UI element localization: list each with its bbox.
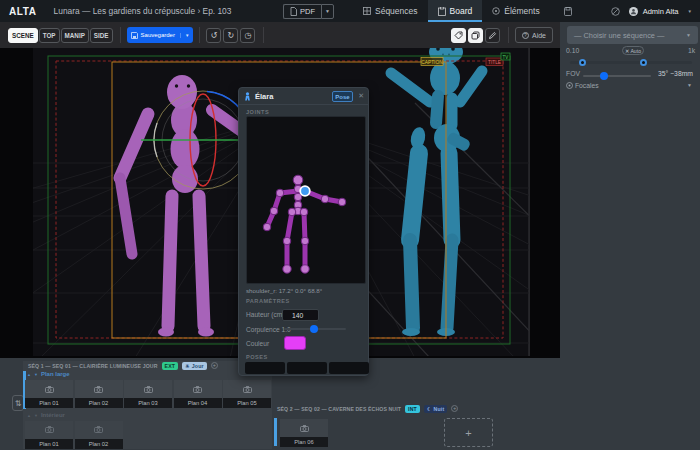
chevron-down-icon: ▼	[686, 32, 691, 38]
camera-icon	[94, 386, 103, 393]
layers-tool-button[interactable]	[468, 28, 483, 43]
range-handle-right[interactable]	[640, 59, 647, 66]
fov-slider-handle[interactable]	[600, 72, 608, 80]
help-button[interactable]: ? Aide	[515, 27, 553, 43]
view-top-button[interactable]: TOP	[39, 28, 60, 43]
auto-button[interactable]: ✕ Auto	[622, 46, 644, 55]
group-plan-large[interactable]: ▲▼ Plan large	[27, 371, 70, 377]
focales-row[interactable]: Focales	[566, 82, 599, 89]
shot-thumbnail[interactable]: Plan 04	[174, 380, 222, 408]
document-icon	[290, 7, 297, 16]
seq2-active-line	[274, 418, 277, 446]
user-menu-caret[interactable]: ▼	[688, 9, 692, 14]
sort-icon: ▲	[27, 372, 31, 377]
joints-section-label: JOINTS	[246, 109, 269, 115]
shot-thumbnail[interactable]: Plan 02	[75, 380, 123, 408]
svg-text:CAPTION: CAPTION	[421, 60, 443, 65]
seq1-add-icon[interactable]: +	[211, 362, 218, 369]
camera-icon	[144, 386, 153, 393]
camera-icon	[300, 425, 309, 432]
focales-chevron-icon[interactable]: ▼	[687, 82, 692, 88]
tag-icon	[454, 31, 463, 40]
pdf-button-group: PDF ▼	[283, 4, 334, 19]
user-name[interactable]: Admin Alta	[643, 7, 679, 16]
shot-thumbnail[interactable]: Plan 01	[25, 380, 73, 408]
seq1-time-badge: ☀ Jour	[182, 362, 207, 370]
shot-thumbnail[interactable]: Plan 06	[280, 419, 328, 447]
camera-icon	[45, 386, 54, 393]
pdf-button[interactable]: PDF	[283, 4, 321, 19]
pencil-icon	[488, 31, 497, 40]
pose-slot[interactable]	[245, 362, 285, 374]
seq2-int-badge: INT	[405, 405, 420, 413]
app-logo: ALTA	[9, 6, 37, 17]
history-button[interactable]: ◷	[240, 28, 255, 43]
group-interieur[interactable]: ▲▼ Intérieur	[27, 412, 65, 418]
shot-thumbnail[interactable]: Plan 03	[124, 380, 172, 408]
pdf-dropdown-button[interactable]: ▼	[321, 4, 334, 19]
seq2-add-icon[interactable]: +	[451, 405, 458, 412]
collapse-icon: ▼	[34, 372, 38, 377]
fov-slider-track[interactable]	[583, 75, 651, 77]
camera-icon	[193, 386, 202, 393]
elements-icon	[492, 7, 500, 15]
tab-elements[interactable]: Éléments	[482, 0, 549, 22]
avatar[interactable]	[629, 7, 638, 16]
sequence-block-2: SÉQ 2 — SEQ 02 — CAVERNE DES ÉCHOS NUIT …	[274, 404, 520, 450]
range-handle-left[interactable]	[579, 59, 586, 66]
tag-tool-button[interactable]	[451, 28, 466, 43]
add-shot-button[interactable]: +	[444, 418, 493, 447]
floppy-icon	[131, 32, 138, 39]
pencil-tool-button[interactable]	[485, 28, 500, 43]
shot-thumbnail[interactable]: Plan 05	[223, 380, 271, 408]
save-options-caret[interactable]: ▼	[180, 33, 189, 38]
shot-thumbnail[interactable]: Plan 01	[25, 421, 73, 449]
panel-header[interactable]: Élara Pose ✕	[239, 88, 368, 105]
sequence-select[interactable]: — Choisir une séquence — ▼	[567, 26, 698, 44]
tv-frame-label: TV	[501, 53, 510, 60]
collapse-icon: ▼	[34, 413, 38, 418]
range-max-label: 1k	[688, 47, 695, 54]
shot-thumbnail[interactable]: Plan 02	[75, 421, 123, 449]
corpulence-slider-handle[interactable]	[310, 325, 318, 333]
timeline-range-track[interactable]	[570, 61, 692, 64]
save-button[interactable]: Sauvegarder ▼	[127, 27, 194, 43]
pose-slot[interactable]	[287, 362, 327, 374]
title-frame-label: TITLE	[486, 58, 503, 66]
seq1-ext-badge: EXT	[162, 362, 179, 370]
breadcrumb: Lunara — Les gardiens du crépuscule › Ep…	[54, 6, 232, 16]
tab-sequences[interactable]: Séquences	[353, 0, 428, 22]
toolbar: SCENE TOP MANIP SIDE Sauvegarder ▼ ↺ ↻ ◷…	[0, 22, 560, 48]
undo-button[interactable]: ↺	[206, 28, 221, 43]
params-section-label: PARAMÈTRES	[246, 298, 290, 304]
view-manip-button[interactable]: MANIP	[61, 28, 89, 43]
height-label: Hauteur (cm)	[246, 311, 284, 318]
caption-frame-label: CAPTION	[421, 58, 443, 66]
selected-joint[interactable]	[300, 186, 310, 196]
sequence-block-1: SÉQ 1 — SEQ 01 — CLAIRIÈRE LUMINEUSE JOU…	[23, 361, 272, 449]
joints-viewer[interactable]	[246, 116, 366, 284]
question-icon: ?	[522, 32, 529, 39]
camera-icon	[94, 426, 103, 433]
redo-button[interactable]: ↻	[223, 28, 238, 43]
view-side-button[interactable]: SIDE	[90, 28, 113, 43]
sort-icon: ▲	[27, 413, 31, 418]
range-min-label: 0.10	[566, 47, 579, 54]
color-swatch[interactable]	[284, 336, 306, 350]
save-state-icon[interactable]	[564, 2, 572, 20]
clipboard-icon	[438, 7, 446, 16]
layers-icon	[471, 31, 480, 40]
tab-board[interactable]: Board	[428, 0, 483, 22]
color-label: Couleur	[246, 340, 269, 347]
skeleton-figure	[247, 117, 367, 285]
pose-slot[interactable]	[329, 362, 369, 374]
puppet-icon	[244, 92, 251, 101]
close-icon[interactable]: ✕	[358, 92, 364, 100]
pose-button[interactable]: Pose	[332, 91, 353, 102]
view-scene-button[interactable]: SCENE	[8, 28, 38, 43]
panel-title: Élara	[255, 92, 273, 101]
joint-readout: shoulder_r: 17.2° 0.0° 68.8°	[246, 287, 322, 294]
right-sidebar: — Choisir une séquence — ▼ 0.10 ✕ Auto 1…	[560, 22, 700, 358]
status-gauge-icon[interactable]	[611, 2, 620, 20]
height-input[interactable]: 140	[282, 309, 319, 321]
